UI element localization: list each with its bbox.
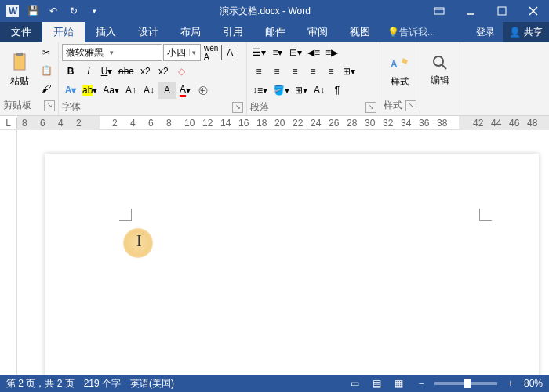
tab-file[interactable]: 文件 [0,22,42,42]
tab-review[interactable]: 审阅 [296,22,339,42]
ruler-tick: 2 [112,118,118,129]
zoom-level[interactable]: 80% [524,378,543,389]
highlight-icon[interactable]: ab▾ [80,82,100,99]
minimize-button[interactable] [455,0,486,22]
paste-button[interactable]: 粘贴 [3,44,36,96]
text-effects-icon[interactable]: A▾ [62,82,79,99]
svg-line-12 [442,64,446,69]
align-center-icon[interactable]: ≡ [268,63,285,80]
underline-button[interactable]: U▾ [98,63,115,80]
ruler-tick: 42 [473,118,483,129]
strikethrough-button[interactable]: abc [116,63,136,80]
group-clipboard: 粘贴 ✂ 📋 🖌 剪贴板↘ [0,42,59,115]
maximize-button[interactable] [486,0,518,22]
tab-mailings[interactable]: 邮件 [254,22,296,42]
ruler-tab-selector[interactable]: L [0,118,17,129]
phonetic-guide-icon[interactable]: wénA [202,44,220,61]
sort-icon[interactable]: A↓ [311,82,328,99]
svg-text:A: A [391,59,398,70]
styles-button[interactable]: A样式 [384,44,416,96]
paragraph-dialog-icon[interactable]: ↘ [365,102,376,113]
redo-icon[interactable]: ↻ [64,2,83,20]
subscript-button[interactable]: x2 [136,63,154,80]
tab-design[interactable]: 设计 [127,22,169,42]
decrease-indent-icon[interactable]: ◀≡ [305,44,322,61]
print-layout-icon[interactable]: ▤ [369,376,386,390]
shrink-font-icon[interactable]: A↓ [140,82,158,99]
change-case-icon[interactable]: Aa▾ [100,82,122,99]
zoom-in-icon[interactable]: + [502,376,519,390]
justify-icon[interactable]: ≡ [304,63,322,80]
text-cursor-icon: I [136,232,142,250]
styles-dialog-icon[interactable]: ↘ [405,100,416,111]
word-icon[interactable]: W [3,2,22,20]
ribbon-options-icon[interactable] [424,0,455,22]
margin-corner-tr [479,209,492,221]
superscript-button[interactable]: x2 [155,63,172,80]
language-indicator[interactable]: 英语(美国) [130,377,174,390]
word-count[interactable]: 219 个字 [84,377,121,390]
font-family-combo[interactable]: 微软雅黑▾ [62,44,162,61]
tell-me-search[interactable]: 💡 告诉我... [381,22,468,42]
tab-view[interactable]: 视图 [339,22,381,42]
tab-references[interactable]: 引用 [212,22,254,42]
document-area: I [0,130,549,375]
borders-icon[interactable]: ⊞▾ [293,82,310,99]
tab-home[interactable]: 开始 [42,22,85,42]
tab-insert[interactable]: 插入 [85,22,127,42]
enclose-char-icon[interactable]: ㊥ [195,82,212,99]
ruler-tick: 32 [383,118,393,129]
distribute-icon[interactable]: ≡ [322,63,340,80]
undo-icon[interactable]: ↶ [44,2,63,20]
bold-button[interactable]: B [62,63,79,80]
zoom-out-icon[interactable]: − [413,376,430,390]
quick-access-toolbar: W 💾 ↶ ↻ ▾ [0,2,107,20]
char-shading-icon[interactable]: A [158,82,176,99]
page-indicator[interactable]: 第 2 页，共 2 页 [6,377,75,390]
bullets-icon[interactable]: ☰▾ [250,44,268,61]
clipboard-dialog-icon[interactable]: ↘ [44,100,55,111]
char-border-icon[interactable]: A [221,45,238,60]
clear-format-icon[interactable]: ◇ [173,63,190,80]
ruler-tick: 24 [311,118,321,129]
editing-button[interactable]: 编辑 [424,44,456,96]
font-size-combo[interactable]: 小四▾ [163,44,201,61]
close-button[interactable] [518,0,549,22]
font-dialog-icon[interactable]: ↘ [232,102,243,113]
page[interactable]: I [45,154,539,375]
italic-button[interactable]: I [80,63,97,80]
svg-rect-9 [16,53,23,56]
cut-icon[interactable]: ✂ [38,44,55,61]
numbering-icon[interactable]: ≡▾ [269,44,286,61]
zoom-slider[interactable] [434,382,497,385]
shading-icon[interactable]: 🪣▾ [271,82,292,99]
increase-indent-icon[interactable]: ≡▶ [323,44,340,61]
copy-icon[interactable]: 📋 [38,62,55,79]
document-title: 演示文档.docx - Word [107,5,424,18]
snap-grid-icon[interactable]: ⊞▾ [340,63,358,80]
align-right-icon[interactable]: ≡ [286,63,304,80]
multilevel-icon[interactable]: ⊟▾ [287,44,304,61]
web-layout-icon[interactable]: ▦ [391,376,408,390]
save-icon[interactable]: 💾 [24,2,42,20]
ribbon: 粘贴 ✂ 📋 🖌 剪贴板↘ 微软雅黑▾ 小四▾ wénA A B I U▾ ab… [0,42,549,116]
tab-layout[interactable]: 布局 [169,22,212,42]
vertical-ruler[interactable] [0,130,17,375]
login-button[interactable]: 登录 [468,22,503,42]
show-marks-icon[interactable]: ¶ [329,82,346,99]
align-left-icon[interactable]: ≡ [250,63,267,80]
horizontal-ruler[interactable]: L 86422468101214161820222426283032343638… [0,116,549,130]
qat-dropdown-icon[interactable]: ▾ [85,2,104,20]
font-color-icon[interactable]: A▾ [176,82,194,99]
format-painter-icon[interactable]: 🖌 [38,80,55,97]
line-spacing-icon[interactable]: ↕≡▾ [250,82,270,99]
ruler-tick: 6 [148,118,154,129]
ruler-tick: 38 [437,118,447,129]
share-button[interactable]: 👤共享 [503,22,549,42]
read-mode-icon[interactable]: ▭ [347,376,364,390]
grow-font-icon[interactable]: A↑ [122,82,140,99]
ruler-tick: 14 [220,118,231,129]
ruler-tick: 4 [130,118,136,129]
page-area[interactable]: I [17,130,549,375]
margin-corner-tl [119,209,132,221]
